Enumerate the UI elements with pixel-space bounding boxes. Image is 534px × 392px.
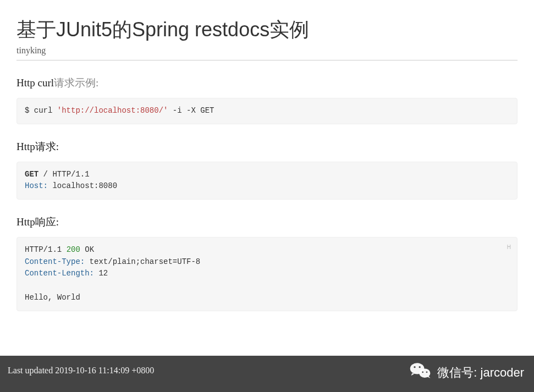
http-body: Hello, World	[25, 293, 80, 302]
code-badge: H	[507, 243, 511, 252]
http-method: GET	[25, 170, 38, 179]
svg-point-4	[422, 371, 424, 373]
section-heading-curl: Http curl请求示例:	[16, 76, 518, 90]
section-heading-response: Http响应:	[16, 215, 518, 229]
http-header-ctype-label: Content-Type:	[25, 257, 85, 266]
svg-point-2	[414, 366, 416, 368]
wechat-icon	[409, 359, 433, 387]
code-block-request: GET / HTTP/1.1 Host: localhost:8080	[16, 162, 518, 200]
section-heading-request: Http请求:	[16, 140, 518, 154]
svg-point-5	[426, 371, 428, 373]
code-block-response: HHTTP/1.1 200 OK Content-Type: text/plai…	[16, 237, 518, 311]
code-block-curl: $ curl 'http://localhost:8080/' -i -X GE…	[16, 98, 518, 124]
http-header-clen-label: Content-Length:	[25, 269, 94, 278]
wechat-label: 微信号: jarcoder	[437, 365, 524, 381]
curl-url: 'http://localhost:8080/'	[57, 106, 168, 115]
svg-point-3	[419, 366, 421, 368]
wechat-watermark: 微信号: jarcoder	[409, 359, 524, 387]
http-header-host-label: Host:	[25, 181, 48, 190]
document-content: 基于JUnit5的Spring restdocs实例 tinyking Http…	[0, 0, 534, 311]
last-updated-text: Last updated 2019-10-16 11:14:09 +0800	[8, 366, 154, 375]
page-title: 基于JUnit5的Spring restdocs实例	[16, 16, 518, 43]
http-status-code: 200	[67, 245, 80, 254]
author-line: tinyking	[16, 46, 518, 60]
